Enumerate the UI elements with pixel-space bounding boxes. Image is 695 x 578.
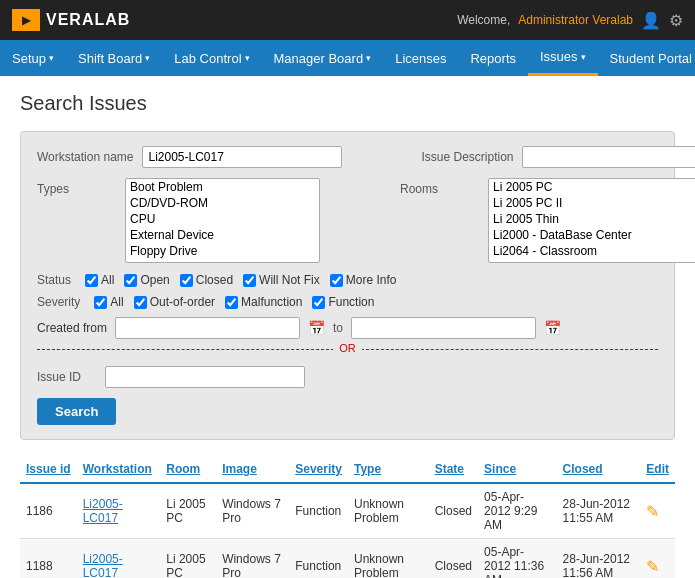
nav-setup[interactable]: Setup▾ xyxy=(0,40,66,76)
table-header-row: Issue id Workstation Room Image Severity… xyxy=(20,456,675,483)
col-room: Room xyxy=(160,456,216,483)
chevron-down-icon: ▾ xyxy=(49,53,54,63)
types-label: Types xyxy=(37,178,117,196)
nav-reports[interactable]: Reports xyxy=(458,40,528,76)
cell-state: Closed xyxy=(429,483,478,539)
calendar-to-icon[interactable]: 📅 xyxy=(544,320,561,336)
chevron-down-icon: ▾ xyxy=(245,53,250,63)
types-select[interactable]: Boot Problem CD/DVD-ROM CPU External Dev… xyxy=(125,178,320,263)
calendar-from-icon[interactable]: 📅 xyxy=(308,320,325,336)
cell-workstation: Li2005-LC017 xyxy=(77,483,161,539)
severity-all-label[interactable]: All xyxy=(94,295,123,309)
cell-severity: Function xyxy=(289,539,348,579)
col-workstation: Workstation xyxy=(77,456,161,483)
nav-labcontrol[interactable]: Lab Control▾ xyxy=(162,40,261,76)
date-row: Created from 📅 to 📅 xyxy=(37,317,658,339)
workstation-link[interactable]: Li2005-LC017 xyxy=(83,497,123,525)
nav-licenses[interactable]: Licenses xyxy=(383,40,458,76)
cell-image: Windows 7 Pro xyxy=(216,483,289,539)
status-open-checkbox[interactable] xyxy=(124,274,137,287)
issue-description-label: Issue Description xyxy=(422,146,514,164)
results-table-container: Issue id Workstation Room Image Severity… xyxy=(20,456,675,578)
logo-text: VERALAB xyxy=(46,11,130,29)
edit-icon[interactable]: ✎ xyxy=(646,558,659,575)
cell-closed: 28-Jun-2012 11:56 AM xyxy=(557,539,641,579)
cell-type: Unknown Problem xyxy=(348,483,429,539)
results-table: Issue id Workstation Room Image Severity… xyxy=(20,456,675,578)
workstation-link[interactable]: Li2005-LC017 xyxy=(83,552,123,578)
edit-icon[interactable]: ✎ xyxy=(646,503,659,520)
nav-studentportal[interactable]: Student Portal▾ xyxy=(598,40,695,76)
status-all-checkbox[interactable] xyxy=(85,274,98,287)
col-closed: Closed xyxy=(557,456,641,483)
status-label: Status xyxy=(37,273,71,287)
cell-type: Unknown Problem xyxy=(348,539,429,579)
severity-function-checkbox[interactable] xyxy=(312,296,325,309)
cell-image: Windows 7 Pro xyxy=(216,539,289,579)
workstation-name-label: Workstation name xyxy=(37,146,134,164)
nav: Setup▾ Shift Board▾ Lab Control▾ Manager… xyxy=(0,40,695,76)
or-text: OR xyxy=(333,342,362,354)
form-row-2: Types Boot Problem CD/DVD-ROM CPU Extern… xyxy=(37,178,658,263)
search-form: Workstation name Issue Description Types… xyxy=(20,131,675,440)
cell-closed: 28-Jun-2012 11:55 AM xyxy=(557,483,641,539)
severity-outoforder-label[interactable]: Out-of-order xyxy=(134,295,215,309)
status-closed-label[interactable]: Closed xyxy=(180,273,233,287)
to-date-input[interactable] xyxy=(351,317,536,339)
or-divider: OR xyxy=(37,349,658,362)
issue-id-row: Issue ID xyxy=(37,366,658,388)
user-icon[interactable]: 👤 xyxy=(641,11,661,30)
rooms-select[interactable]: Li 2005 PC Li 2005 PC II Li 2005 Thin Li… xyxy=(488,178,695,263)
created-from-input[interactable] xyxy=(115,317,300,339)
cell-since: 05-Apr-2012 9:29 AM xyxy=(478,483,557,539)
logo-icon: ▶ xyxy=(22,14,30,27)
status-willnotfix-checkbox[interactable] xyxy=(243,274,256,287)
cell-edit: ✎ xyxy=(640,483,675,539)
issue-description-input[interactable] xyxy=(522,146,695,168)
page-title: Search Issues xyxy=(20,92,675,115)
cell-state: Closed xyxy=(429,539,478,579)
col-edit: Edit xyxy=(640,456,675,483)
to-label: to xyxy=(333,321,343,335)
severity-function-label[interactable]: Function xyxy=(312,295,374,309)
status-willnotfix-label[interactable]: Will Not Fix xyxy=(243,273,320,287)
severity-malfunction-checkbox[interactable] xyxy=(225,296,238,309)
col-state: State xyxy=(429,456,478,483)
cell-room: Li 2005 PC xyxy=(160,539,216,579)
col-type: Type xyxy=(348,456,429,483)
severity-label: Severity xyxy=(37,295,80,309)
status-closed-checkbox[interactable] xyxy=(180,274,193,287)
rooms-label: Rooms xyxy=(400,178,480,196)
status-all-label[interactable]: All xyxy=(85,273,114,287)
nav-managerboard[interactable]: Manager Board▾ xyxy=(262,40,384,76)
chevron-down-icon: ▾ xyxy=(581,52,586,62)
workstation-name-input[interactable] xyxy=(142,146,342,168)
issue-description-group: Issue Description xyxy=(422,146,696,168)
issue-id-input[interactable] xyxy=(105,366,305,388)
table-row: 1186 Li2005-LC017 Li 2005 PC Windows 7 P… xyxy=(20,483,675,539)
welcome-text: Welcome, xyxy=(457,13,510,27)
settings-icon[interactable]: ⚙ xyxy=(669,11,683,30)
form-row-1: Workstation name Issue Description xyxy=(37,146,658,168)
severity-all-checkbox[interactable] xyxy=(94,296,107,309)
status-row: Status All Open Closed Will Not Fix More… xyxy=(37,273,658,287)
col-issue-id: Issue id xyxy=(20,456,77,483)
issue-id-label: Issue ID xyxy=(37,370,97,384)
status-open-label[interactable]: Open xyxy=(124,273,169,287)
status-moreinfo-checkbox[interactable] xyxy=(330,274,343,287)
nav-shiftboard[interactable]: Shift Board▾ xyxy=(66,40,162,76)
workstation-name-group: Workstation name xyxy=(37,146,342,168)
status-moreinfo-label[interactable]: More Info xyxy=(330,273,397,287)
logo-box: ▶ xyxy=(12,9,40,31)
severity-malfunction-label[interactable]: Malfunction xyxy=(225,295,302,309)
table-row: 1188 Li2005-LC017 Li 2005 PC Windows 7 P… xyxy=(20,539,675,579)
nav-issues[interactable]: Issues▾ xyxy=(528,40,598,76)
search-button[interactable]: Search xyxy=(37,398,116,425)
severity-outoforder-checkbox[interactable] xyxy=(134,296,147,309)
logo: ▶ VERALAB xyxy=(12,9,130,31)
col-severity: Severity xyxy=(289,456,348,483)
cell-issue-id: 1186 xyxy=(20,483,77,539)
header-right: Welcome, Administrator Veralab 👤 ⚙ xyxy=(457,11,683,30)
col-since: Since xyxy=(478,456,557,483)
chevron-down-icon: ▾ xyxy=(366,53,371,63)
